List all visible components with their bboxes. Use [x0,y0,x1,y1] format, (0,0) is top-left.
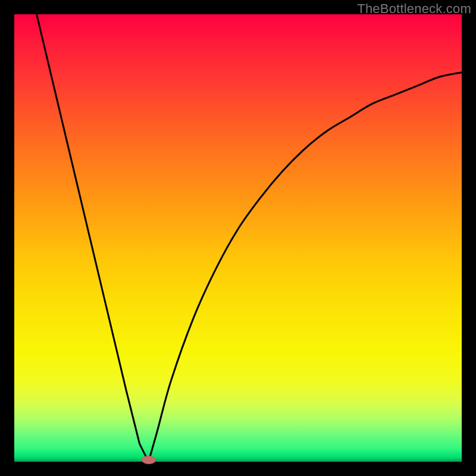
chart-plot-area [14,14,462,462]
bottleneck-curve [37,14,462,462]
watermark-text: TheBottleneck.com [357,1,471,17]
bottleneck-marker [142,456,156,464]
chart-curve-svg [14,14,462,462]
